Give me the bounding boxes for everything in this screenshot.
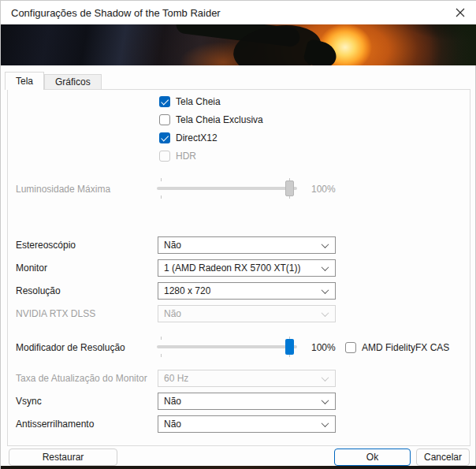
monitor-label: Monitor xyxy=(16,262,47,274)
title-bar: Configurações de Shadow of the Tomb Raid… xyxy=(1,1,476,24)
fullscreen-label: Tela Cheia xyxy=(176,96,221,107)
refresh-rate-value: 60 Hz xyxy=(164,373,188,384)
resolution-modifier-value: 100% xyxy=(311,342,336,353)
restore-button-label: Restaurar xyxy=(43,452,84,463)
hdr-checkbox xyxy=(159,151,170,162)
exclusive-fullscreen-checkbox[interactable] xyxy=(159,114,170,125)
resolution-label: Resolução xyxy=(16,285,61,296)
hdr-label: HDR xyxy=(176,151,196,162)
tab-tela[interactable]: Tela xyxy=(5,72,44,90)
resolution-select[interactable]: 1280 x 720 xyxy=(158,282,336,300)
banner-figure-hair xyxy=(303,39,340,65)
chevron-down-icon xyxy=(322,263,329,271)
exclusive-fullscreen-label: Tela Cheia Exclusiva xyxy=(176,114,263,125)
refresh-rate-label: Taxa de Atualização do Monitor xyxy=(16,373,147,384)
stereoscopy-label: Estereoscópio xyxy=(16,240,76,251)
fidelityfx-label: AMD FidelityFX CAS xyxy=(362,342,449,353)
max-luminosity-slider xyxy=(157,180,297,197)
directx12-label: DirectX12 xyxy=(176,132,218,143)
directx12-checkbox[interactable] xyxy=(159,132,170,143)
settings-dialog: Configurações de Shadow of the Tomb Raid… xyxy=(0,0,476,469)
resolution-value: 1280 x 720 xyxy=(164,285,210,296)
stereoscopy-select[interactable]: Não xyxy=(158,236,336,254)
slider-tick xyxy=(161,354,162,357)
tab-tela-label: Tela xyxy=(16,76,33,87)
cancel-button[interactable]: Cancelar xyxy=(416,449,470,466)
slider-thumb xyxy=(285,181,294,196)
tab-strip: Tela Gráficos xyxy=(5,72,102,90)
game-banner-image xyxy=(1,24,476,65)
refresh-rate-select: 60 Hz xyxy=(158,370,336,387)
slider-track[interactable] xyxy=(157,345,297,348)
exclusive-fullscreen-checkbox-row[interactable]: Tela Cheia Exclusiva xyxy=(159,114,263,125)
vsync-label: Vsync xyxy=(16,396,42,407)
max-luminosity-label: Luminosidade Máxima xyxy=(16,184,110,195)
fullscreen-checkbox-row[interactable]: Tela Cheia xyxy=(159,96,221,107)
chevron-down-icon xyxy=(322,309,329,317)
slider-tick xyxy=(161,337,162,340)
background-edge-strip xyxy=(1,466,476,469)
vsync-select[interactable]: Não xyxy=(158,393,336,410)
antialiasing-select[interactable]: Não xyxy=(158,415,336,433)
hdr-checkbox-row: HDR xyxy=(159,151,196,162)
dlss-label: NVIDIA RTX DLSS xyxy=(16,308,95,319)
tab-graficos[interactable]: Gráficos xyxy=(44,74,102,90)
restore-button[interactable]: Restaurar xyxy=(9,449,117,466)
vsync-value: Não xyxy=(164,396,181,407)
tela-tab-panel: Tela Cheia Tela Cheia Exclusiva DirectX1… xyxy=(7,89,470,446)
close-button[interactable] xyxy=(444,1,476,24)
max-luminosity-value: 100% xyxy=(311,184,336,195)
chevron-down-icon xyxy=(322,240,329,248)
dlss-value: Não xyxy=(164,308,181,319)
slider-tick xyxy=(161,195,162,199)
fidelityfx-checkbox-row[interactable]: AMD FidelityFX CAS xyxy=(345,342,449,353)
slider-tick xyxy=(161,178,162,181)
ok-button[interactable]: Ok xyxy=(334,449,411,466)
slider-track xyxy=(157,187,297,190)
resolution-modifier-label: Modificador de Resolução xyxy=(16,342,125,353)
slider-thumb[interactable] xyxy=(285,339,294,355)
close-icon xyxy=(456,8,465,17)
cancel-button-label: Cancelar xyxy=(424,452,462,463)
fullscreen-checkbox[interactable] xyxy=(159,96,170,107)
ok-button-label: Ok xyxy=(366,452,378,463)
chevron-down-icon xyxy=(322,396,329,404)
check-icon xyxy=(161,133,169,141)
chevron-down-icon xyxy=(322,419,329,427)
resolution-modifier-slider[interactable] xyxy=(157,338,297,355)
check-icon xyxy=(161,97,169,105)
tab-graficos-label: Gráficos xyxy=(55,76,91,87)
antialiasing-label: Antisserrilhamento xyxy=(16,419,94,430)
antialiasing-value: Não xyxy=(164,419,181,430)
directx12-checkbox-row[interactable]: DirectX12 xyxy=(159,132,218,143)
monitor-select[interactable]: 1 (AMD Radeon RX 5700 XT(1)) xyxy=(158,259,336,277)
chevron-down-icon xyxy=(322,374,329,382)
monitor-value: 1 (AMD Radeon RX 5700 XT(1)) xyxy=(164,262,300,274)
dlss-select: Não xyxy=(158,305,336,322)
window-title: Configurações de Shadow of the Tomb Raid… xyxy=(11,7,221,19)
stereoscopy-value: Não xyxy=(164,240,181,251)
fidelityfx-checkbox[interactable] xyxy=(345,342,356,353)
chevron-down-icon xyxy=(322,286,329,294)
